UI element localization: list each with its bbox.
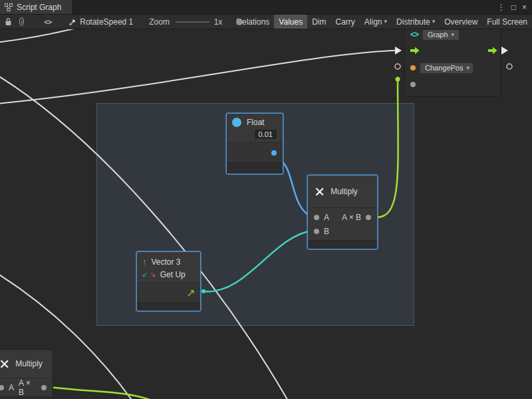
port-ring-right[interactable] — [507, 64, 512, 69]
multiply-input-a-port[interactable] — [314, 215, 319, 220]
axis-arrow-down-right-icon: ↘ — [150, 271, 155, 278]
node-footer — [227, 162, 283, 174]
float-type-icon — [232, 118, 241, 127]
distribute-button[interactable]: Distribute ▾ — [392, 15, 440, 29]
wire-getup-to-multiply-b[interactable] — [202, 231, 313, 291]
vector3-icon: ↑ — [142, 257, 147, 267]
changepos-value-port[interactable] — [410, 82, 416, 87]
float-output-port[interactable] — [271, 150, 277, 156]
graph-reference[interactable]: RotateSpeed 1 — [68, 17, 133, 27]
window-menu-icon[interactable]: ⋮ — [497, 3, 505, 12]
multiply2-output-port[interactable] — [41, 385, 47, 390]
maximize-icon[interactable]: □ — [511, 3, 516, 12]
chevron-down-icon: ▾ — [432, 19, 436, 25]
node-vector3-get-up[interactable]: ↑ Vector 3 ↙ ↘ Get Up — [136, 251, 201, 311]
vector3-output-port[interactable] — [187, 289, 196, 297]
script-asset-icon — [68, 18, 76, 26]
chevron-down-icon: ▾ — [467, 65, 470, 71]
get-up-subtitle: Get Up — [160, 270, 186, 279]
flow-out-arrow-icon[interactable] — [488, 47, 497, 55]
port-a-label: A — [324, 213, 329, 222]
changepos-dropdown[interactable]: ChangePos ▾ — [420, 63, 473, 74]
port-out-label: A × B — [342, 213, 361, 222]
zoom-value: 1x — [214, 17, 223, 27]
multiply-input-b-port[interactable] — [314, 229, 319, 234]
wire-multiply2-output[interactable] — [45, 386, 152, 399]
flow-port-arrow-left[interactable] — [395, 47, 402, 55]
multiply-node-title: Multiply — [331, 187, 358, 196]
multiply2-input-a-port[interactable] — [0, 385, 4, 390]
multiply2-node-title: Multiply — [15, 359, 43, 368]
graph-dropdown[interactable]: Graph ▾ — [422, 29, 460, 41]
lock-icon[interactable] — [5, 17, 12, 26]
teal-wire-start-dot[interactable] — [201, 289, 205, 293]
window-controls: ⋮ □ × — [497, 0, 532, 14]
values-button[interactable]: Values — [274, 15, 307, 29]
vector3-node-title: Vector 3 — [152, 257, 181, 267]
port-a-label: A — [9, 383, 14, 392]
multiply-icon: × — [0, 356, 9, 372]
green-wire-endpoint[interactable] — [396, 77, 400, 82]
graph-canvas[interactable]: Float 0.01 × Multiply A A × B — [0, 29, 532, 399]
graph-code-icon: <> — [410, 30, 418, 39]
carry-button[interactable]: Carry — [331, 15, 360, 29]
node-footer — [137, 303, 200, 311]
flow-in-arrow-icon[interactable] — [410, 47, 420, 55]
info-icon[interactable]: i — [19, 17, 24, 26]
distribute-label: Distribute — [396, 17, 430, 27]
overview-button[interactable]: Overview — [440, 15, 482, 29]
axis-arrow-down-left-icon: ↙ — [142, 271, 148, 278]
multiply-output-port[interactable] — [366, 215, 371, 220]
chevron-down-icon: ▾ — [452, 32, 455, 38]
port-b-label: B — [324, 227, 329, 236]
info-letter: i — [21, 19, 23, 25]
wire-white-to-header[interactable] — [0, 51, 395, 104]
window-title: Script Graph — [17, 3, 61, 12]
script-graph-icon — [5, 3, 13, 11]
node-float[interactable]: Float 0.01 — [226, 113, 283, 174]
float-value-input[interactable]: 0.01 — [255, 130, 277, 139]
zoom-slider[interactable] — [176, 18, 209, 26]
dim-button[interactable]: Dim — [307, 15, 331, 29]
node-footer — [0, 396, 53, 399]
chevron-down-icon: ▾ — [384, 19, 388, 25]
flow-port-arrow-right[interactable] — [501, 47, 508, 55]
float-node-title: Float — [247, 118, 265, 127]
changepos-target-port[interactable] — [410, 65, 416, 70]
multiply-icon: × — [315, 184, 325, 200]
code-icon[interactable]: <> — [44, 18, 51, 26]
graph-dropdown-label: Graph — [428, 31, 448, 39]
zoom-slider-track[interactable] — [176, 21, 209, 23]
zoom-slider-handle[interactable] — [236, 19, 243, 25]
zoom-label: Zoom — [149, 17, 170, 27]
node-change-position[interactable]: <> Graph ▾ ChangePos ▾ — [404, 29, 501, 96]
title-bar: Script Graph ⋮ □ × — [0, 0, 532, 15]
graph-toolbar: i <> RotateSpeed 1 Zoom 1x Relations Val… — [0, 15, 532, 29]
script-graph-window: Script Graph ⋮ □ × i <> RotateSpeed 1 Zo… — [0, 0, 532, 399]
node-multiply[interactable]: × Multiply A A × B B — [307, 175, 378, 249]
node-footer — [308, 240, 377, 249]
close-icon[interactable]: × — [522, 3, 527, 12]
tab-script-graph[interactable]: Script Graph — [0, 0, 72, 14]
align-label: Align — [364, 17, 382, 27]
changepos-dropdown-label: ChangePos — [425, 64, 464, 72]
node-multiply-partial[interactable]: × Multiply A A × B — [0, 349, 53, 399]
wire-multiply-to-changepos[interactable] — [376, 79, 398, 217]
align-button[interactable]: Align ▾ — [360, 15, 392, 29]
graph-reference-label: RotateSpeed 1 — [80, 17, 133, 27]
port-ring-left[interactable] — [395, 64, 400, 69]
fullscreen-button[interactable]: Full Screen — [482, 15, 532, 29]
wire-white-topleft[interactable] — [0, 29, 88, 43]
port-out-label: A × B — [19, 378, 37, 397]
